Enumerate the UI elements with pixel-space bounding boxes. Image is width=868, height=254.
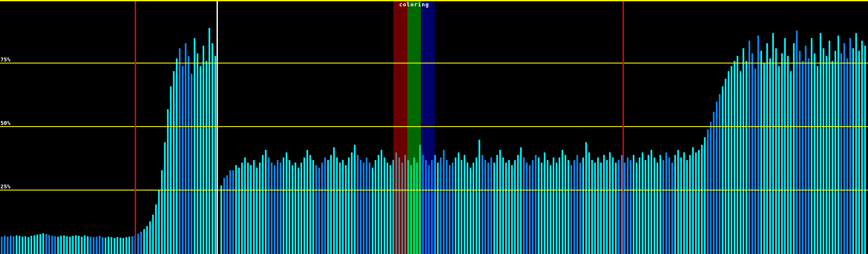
gridline-25 <box>0 190 868 190</box>
bars-canvas <box>0 0 868 254</box>
performance-bar-graph: 75% 50% 25% coloring <box>0 0 868 254</box>
red-marker-line-2 <box>623 1 624 254</box>
y-tick-label-25: 25% <box>0 184 10 190</box>
red-marker-line-1 <box>135 1 136 254</box>
y-tick-label-75: 75% <box>0 57 10 63</box>
gridline-75 <box>0 63 868 64</box>
top-border-line <box>0 0 868 1</box>
white-marker-line <box>217 1 218 254</box>
coloring-band-label: coloring <box>393 2 435 8</box>
y-tick-label-50: 50% <box>0 120 10 126</box>
gridline-50 <box>0 126 868 127</box>
